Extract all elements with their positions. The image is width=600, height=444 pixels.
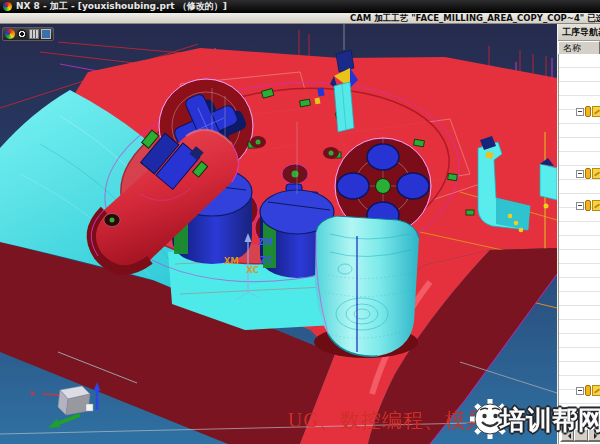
status-yellow-icon [585, 106, 591, 117]
right-grip-selected [314, 216, 419, 358]
operation-yellow-icon [592, 168, 600, 179]
navigator-tree-row[interactable] [576, 106, 600, 117]
quick-access-toolbar [2, 27, 54, 41]
3d-scene[interactable]: ZM ZC XM XC X [0, 24, 557, 444]
navigator-title: 工序导航器 [558, 24, 600, 41]
status-yellow-icon [585, 200, 591, 211]
status-yellow-icon [585, 168, 591, 179]
graphics-viewport[interactable]: ZM ZC XM XC X [0, 24, 557, 444]
status-message: CAM 加工工艺 "FACE_MILLING_AREA_COPY_COP~4" … [350, 13, 600, 24]
keyboard-icon[interactable] [29, 29, 39, 39]
status-prompt-bar: CAM 加工工艺 "FACE_MILLING_AREA_COPY_COP~4" … [0, 13, 600, 24]
operation-yellow-icon [592, 200, 600, 211]
watermark-brand: 培训帮网 [500, 403, 600, 438]
window-title: NX 8 - 加工 - [youxishoubing.prt （修改的）] [16, 0, 227, 13]
navigator-tree-row[interactable] [576, 168, 600, 179]
navigator-name-column-header[interactable]: 名称 [558, 41, 600, 55]
collapse-minus-icon[interactable] [576, 387, 584, 395]
operation-yellow-icon [592, 385, 600, 396]
collapse-minus-icon[interactable] [576, 170, 584, 178]
axis-label-zc: ZC [260, 255, 272, 265]
axis-label-xc: XC [246, 265, 259, 275]
nx-app-icon [3, 2, 12, 11]
operation-navigator-panel: 工序导航器 名称 [557, 24, 600, 444]
navigator-tree-row[interactable] [576, 200, 600, 211]
window-titlebar[interactable]: NX 8 - 加工 - [youxishoubing.prt （修改的）] [0, 0, 600, 13]
navigator-tree[interactable] [558, 54, 600, 444]
display-screen-icon[interactable] [41, 29, 51, 39]
axis-label-xm: XM [224, 256, 239, 266]
record-ring-icon[interactable] [17, 29, 27, 39]
navigator-tree-row[interactable] [576, 385, 600, 396]
nx-swirl-icon[interactable] [5, 29, 15, 39]
axis-label-zm: ZM [258, 237, 273, 247]
triad-x-label: X [30, 390, 36, 398]
operation-yellow-icon [592, 106, 600, 117]
watermark-text-red: UG、数控编程、模具 [288, 407, 487, 434]
status-yellow-icon [585, 385, 591, 396]
main-area: ZM ZC XM XC X [0, 24, 600, 444]
collapse-minus-icon[interactable] [576, 202, 584, 210]
collapse-minus-icon[interactable] [576, 108, 584, 116]
